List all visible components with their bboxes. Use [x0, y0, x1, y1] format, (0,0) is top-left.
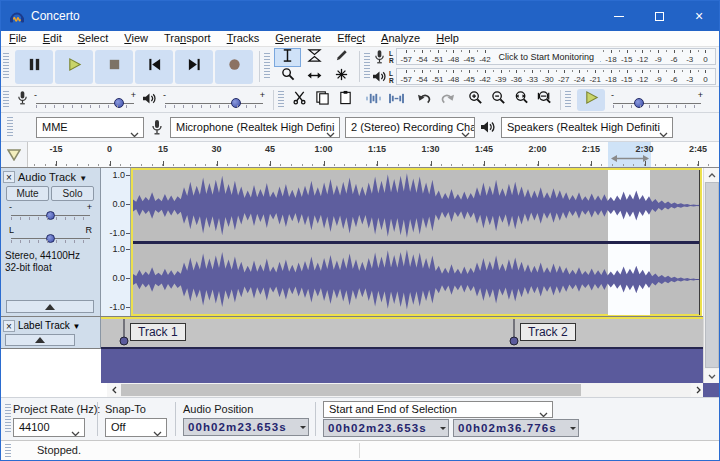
zoom-tool-button[interactable]	[274, 67, 301, 86]
play-icon	[67, 57, 82, 76]
chevron-down-icon: ▼	[79, 174, 87, 183]
menu-tracks[interactable]: Tracks	[219, 31, 268, 47]
toolbar-grip[interactable]	[364, 53, 370, 80]
label-marker[interactable]	[509, 319, 519, 351]
toolbar-grip[interactable]	[3, 53, 9, 80]
time-shift-tool-button[interactable]	[301, 67, 328, 86]
menu-edit[interactable]: Edit	[35, 31, 70, 47]
gain-slider[interactable]: -+	[9, 202, 92, 224]
silence-audio-button[interactable]	[385, 89, 408, 111]
redo-button[interactable]	[436, 89, 459, 111]
speaker-icon	[480, 120, 496, 134]
draw-tool-button[interactable]	[328, 48, 355, 67]
recording-volume-slider-thumb[interactable]	[114, 98, 124, 108]
zoom-out-button[interactable]	[487, 89, 510, 111]
timeline-ruler[interactable]: -1501530451:001:151:301:452:002:152:302:…	[28, 142, 719, 167]
selection-mode-select[interactable]: Start and End of Selection	[323, 401, 553, 418]
toolbar-grip[interactable]	[7, 117, 13, 137]
mute-button[interactable]: Mute	[6, 186, 49, 201]
label-track-content[interactable]: Track 1Track 2	[101, 317, 703, 349]
menu-effect[interactable]: Effect	[329, 31, 373, 47]
minimize-button[interactable]	[599, 1, 639, 31]
recording-volume-slider[interactable]: -+	[34, 89, 136, 111]
envelope-tool-button[interactable]	[301, 48, 328, 67]
playback-volume-slider[interactable]: -+	[163, 89, 265, 111]
snap-to-select[interactable]: Off	[105, 418, 167, 437]
selection-end-field[interactable]: 00h02m36.776s	[453, 419, 579, 437]
menu-transport[interactable]: Transport	[156, 31, 219, 47]
pause-button[interactable]	[15, 50, 53, 84]
recording-meter[interactable]: LR-57-54-51-48-45-42-39-36-33-30-27-24-2…	[372, 47, 716, 66]
menu-analyze[interactable]: Analyze	[373, 31, 428, 47]
audio-position-field[interactable]: 00h02m23.653s	[183, 418, 309, 436]
close-track-button[interactable]: ×	[3, 320, 15, 332]
waveform-channel-1[interactable]	[133, 170, 700, 241]
audio-host-select[interactable]: MME	[36, 117, 144, 138]
waveform-channel-2[interactable]	[133, 244, 700, 315]
menu-file[interactable]: File	[1, 31, 35, 47]
play-at-speed-button[interactable]	[577, 89, 605, 111]
chevron-down-icon	[71, 425, 80, 437]
horizontal-scrollbar[interactable]	[1, 383, 719, 397]
toolbar-grip[interactable]	[3, 91, 9, 109]
selection-start-field[interactable]: 00h02m23.653s	[323, 419, 449, 437]
toolbar-grip[interactable]	[264, 53, 270, 80]
recording-channels-select[interactable]: 2 (Stereo) Recording Channels	[345, 117, 475, 138]
pause-icon	[27, 57, 42, 76]
waveform-display[interactable]	[131, 168, 702, 316]
undo-button[interactable]	[413, 89, 436, 111]
playback-meter[interactable]: LR-57-54-51-48-45-42-39-36-33-30-27-24-2…	[372, 67, 716, 86]
time-tick-label: 2:30	[630, 144, 660, 154]
label-marker[interactable]	[119, 319, 129, 351]
collapse-track-button[interactable]	[5, 334, 75, 346]
fit-selection-button[interactable]	[510, 89, 533, 111]
play-speed-slider-thumb[interactable]	[634, 98, 644, 108]
trim-audio-button[interactable]	[362, 89, 385, 111]
pan-slider[interactable]: LR	[9, 225, 92, 247]
copy-button[interactable]	[311, 89, 334, 111]
timeline-options-button[interactable]	[1, 142, 28, 167]
vertical-scale-ruler[interactable]: 1.00.0-1.01.00.0-1.0	[101, 168, 131, 316]
cut-button[interactable]	[288, 89, 311, 111]
close-button[interactable]: ×	[679, 1, 719, 31]
monitoring-hint[interactable]: Click to Start Monitoring	[492, 50, 600, 64]
play-speed-slider[interactable]: -+	[611, 89, 703, 111]
toolbar-grip[interactable]	[278, 91, 284, 109]
scroll-up-button[interactable]	[704, 168, 720, 182]
selection-tool-button[interactable]	[274, 48, 301, 67]
collapse-track-button[interactable]	[6, 300, 94, 313]
track-title-menu[interactable]: Label Track ▼	[18, 320, 80, 331]
recording-device-select[interactable]: Microphone (Realtek High Defini	[170, 117, 340, 138]
menu-view[interactable]: View	[116, 31, 156, 47]
meter-scale: -57-54-51-48-45-42-39-36-33-30-27-24-21-…	[396, 68, 716, 85]
close-track-button[interactable]: ×	[3, 171, 15, 183]
stop-button[interactable]	[95, 50, 133, 84]
label-text[interactable]: Track 1	[130, 323, 186, 341]
project-rate-select[interactable]: 44100	[13, 418, 85, 437]
play-button[interactable]	[55, 50, 93, 84]
skip-to-start-button[interactable]	[135, 50, 173, 84]
record-button[interactable]	[215, 50, 253, 84]
scroll-down-button[interactable]	[704, 369, 720, 383]
scroll-left-button[interactable]	[107, 383, 121, 397]
vertical-scrollbar-thumb[interactable]	[705, 182, 719, 368]
track-title-menu[interactable]: Audio Track ▼	[18, 171, 87, 183]
toolbar-grip[interactable]	[5, 404, 11, 434]
skip-to-end-button[interactable]	[175, 50, 213, 84]
zoom-in-button[interactable]	[464, 89, 487, 111]
menu-help[interactable]: Help	[428, 31, 467, 47]
multi-tool-button[interactable]	[328, 67, 355, 86]
playback-device-select[interactable]: Speakers (Realtek High Definiti	[501, 117, 673, 138]
maximize-button[interactable]	[639, 1, 679, 31]
paste-button[interactable]	[334, 89, 357, 111]
toolbar-grip[interactable]	[565, 91, 571, 109]
vertical-scrollbar[interactable]	[703, 168, 719, 383]
playback-volume-slider-thumb[interactable]	[231, 98, 241, 108]
solo-button[interactable]: Solo	[51, 186, 94, 201]
menu-generate[interactable]: Generate	[267, 31, 329, 47]
menu-select[interactable]: Select	[70, 31, 117, 47]
fit-project-button[interactable]	[533, 89, 556, 111]
label-text[interactable]: Track 2	[520, 323, 576, 341]
horizontal-scrollbar-thumb[interactable]	[121, 384, 581, 396]
scissors-icon	[292, 90, 307, 109]
